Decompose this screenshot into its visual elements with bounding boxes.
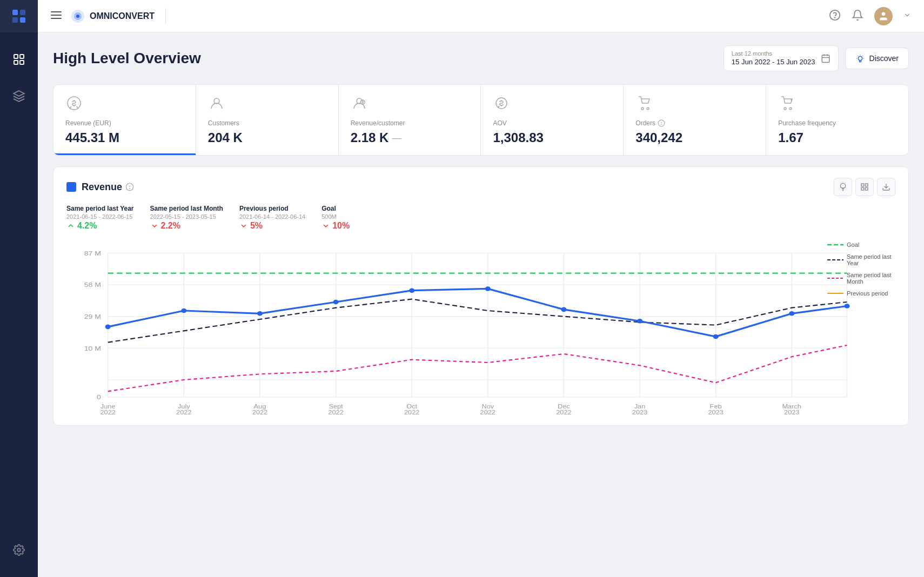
kpi-value-purchase-freq: 1.67	[778, 130, 896, 145]
sidebar-top	[0, 0, 38, 32]
svg-rect-40	[865, 187, 868, 190]
comp-value-0: 4.2%	[66, 221, 134, 231]
revenue-title: Revenue	[82, 182, 134, 193]
orders-info-icon[interactable]	[658, 119, 665, 127]
aov-icon	[493, 95, 611, 114]
comp-date-2: 2021-06-14 - 2022-06-14	[239, 213, 305, 220]
kpi-value-rev-per-customer: 2.18 K —	[351, 130, 469, 145]
arrow-down-icon-2	[239, 222, 248, 230]
discover-label: Discover	[869, 54, 899, 63]
svg-point-75	[844, 304, 849, 308]
help-icon[interactable]	[829, 9, 841, 23]
notification-icon[interactable]	[852, 9, 863, 23]
arrow-up-icon-0	[66, 222, 75, 230]
user-avatar[interactable]	[874, 7, 893, 25]
svg-text:2022: 2022	[252, 409, 267, 414]
svg-rect-6	[14, 61, 18, 64]
svg-text:2023: 2023	[784, 409, 800, 414]
svg-text:2023: 2023	[708, 409, 724, 414]
app-logo: OMNICONVERT	[70, 9, 155, 24]
lightbulb-btn[interactable]	[834, 178, 852, 196]
discover-button[interactable]: Discover	[845, 48, 909, 69]
svg-rect-10	[51, 15, 62, 16]
discover-icon	[855, 53, 865, 63]
comp-label-0: Same period last Year	[66, 205, 134, 212]
svg-rect-38	[865, 184, 868, 186]
menu-icon[interactable]	[51, 10, 62, 23]
grid-btn[interactable]	[855, 178, 874, 196]
sidebar-item-analytics[interactable]	[0, 80, 38, 112]
date-filter[interactable]: Last 12 months 15 Jun 2022 - 15 Jun 2023	[724, 45, 839, 71]
kpi-value-orders: 340,242	[635, 130, 754, 145]
kpi-value-revenue: 445.31 M	[65, 130, 184, 145]
kpi-row: Revenue (EUR) 445.31 M Customers 204 K	[53, 84, 909, 156]
orders-icon	[635, 95, 754, 114]
legend-same-year: Same period last Year	[827, 253, 895, 266]
sidebar-item-settings[interactable]	[0, 534, 38, 566]
svg-point-32	[784, 108, 786, 110]
svg-point-71	[561, 307, 566, 312]
calendar-icon	[821, 53, 831, 63]
rev-per-customer-icon	[351, 95, 469, 114]
svg-rect-39	[861, 187, 864, 190]
comparison-row: Same period last Year 2021-06-15 - 2022-…	[66, 205, 895, 231]
svg-point-70	[485, 286, 491, 291]
comp-item-1: Same period last Month 2022-05-15 - 2023…	[150, 205, 223, 231]
download-btn[interactable]	[877, 178, 895, 196]
svg-rect-9	[51, 11, 62, 12]
svg-point-25	[360, 100, 365, 104]
kpi-label-orders: Orders	[635, 119, 754, 127]
svg-point-33	[789, 108, 792, 110]
user-menu-chevron[interactable]	[903, 11, 911, 21]
svg-rect-18	[822, 55, 829, 63]
kpi-card-revenue[interactable]: Revenue (EUR) 445.31 M	[53, 85, 196, 155]
kpi-card-customers[interactable]: Customers 204 K	[196, 85, 339, 155]
kpi-value-aov: 1,308.83	[493, 130, 611, 145]
topbar-right	[829, 7, 911, 25]
svg-rect-3	[20, 17, 25, 23]
comp-item-3: Goal 500M 10%	[322, 205, 350, 231]
revenue-chart: 87 M 58 M 29 M 10 M 0	[66, 241, 895, 414]
customers-icon	[208, 95, 326, 114]
legend-line-same-month	[827, 276, 843, 281]
svg-rect-37	[861, 184, 864, 186]
sidebar-bottom	[0, 534, 38, 577]
svg-point-28	[647, 108, 649, 110]
date-filter-value: 15 Jun 2022 - 15 Jun 2023	[732, 58, 815, 66]
comp-date-3: 500M	[322, 213, 350, 220]
svg-point-67	[257, 311, 263, 316]
svg-text:2022: 2022	[176, 409, 191, 414]
svg-point-27	[641, 108, 644, 110]
svg-text:2022: 2022	[404, 409, 419, 414]
legend-goal: Goal	[827, 241, 895, 248]
svg-text:87 M: 87 M	[84, 250, 101, 257]
sidebar-item-dashboard[interactable]	[0, 43, 38, 76]
comp-label-3: Goal	[322, 205, 350, 212]
svg-rect-0	[12, 10, 18, 15]
revenue-info-icon[interactable]	[125, 183, 134, 191]
svg-rect-7	[20, 61, 24, 64]
kpi-card-rev-per-customer[interactable]: Revenue/customer 2.18 K —	[339, 85, 481, 155]
comp-item-0: Same period last Year 2021-06-15 - 2022-…	[66, 205, 134, 231]
revenue-section: Revenue	[53, 166, 909, 426]
svg-point-73	[713, 334, 719, 339]
main-content: High Level Overview Last 12 months 15 Ju…	[38, 32, 924, 577]
kpi-card-aov[interactable]: AOV 1,308.83	[481, 85, 624, 155]
svg-point-74	[789, 311, 794, 316]
svg-point-65	[105, 325, 111, 330]
svg-text:10 M: 10 M	[84, 345, 101, 352]
kpi-card-purchase-freq[interactable]: Purchase frequency 1.67	[766, 85, 908, 155]
svg-rect-5	[20, 55, 24, 58]
kpi-card-orders[interactable]: Orders 340,242	[624, 85, 766, 155]
svg-text:2022: 2022	[100, 409, 115, 414]
comp-value-3: 10%	[322, 221, 350, 231]
svg-point-8	[17, 548, 21, 552]
kpi-label-aov: AOV	[493, 119, 611, 127]
revenue-header: Revenue	[66, 178, 895, 196]
topbar-divider	[165, 8, 166, 24]
revenue-actions	[834, 178, 895, 196]
comp-value-1: 2.2%	[150, 221, 223, 231]
svg-text:2022: 2022	[480, 409, 496, 414]
date-filter-label: Last 12 months	[732, 50, 815, 57]
svg-point-69	[409, 288, 414, 293]
